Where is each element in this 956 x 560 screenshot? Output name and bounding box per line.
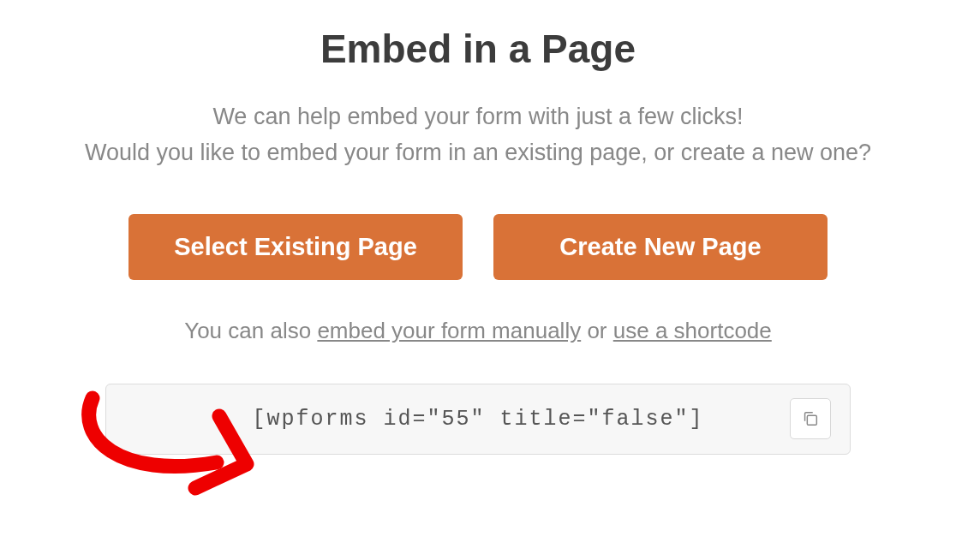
subtitle-line-1: We can help embed your form with just a … [212, 104, 743, 129]
alt-middle: or [581, 318, 613, 343]
use-shortcode-link[interactable]: use a shortcode [613, 318, 772, 343]
modal-title: Embed in a Page [320, 26, 636, 72]
shortcode-box: [wpforms id="55" title="false"] [105, 384, 851, 455]
shortcode-text: [wpforms id="55" title="false"] [252, 407, 703, 432]
subtitle-line-2: Would you like to embed your form in an … [85, 140, 871, 165]
copy-shortcode-button[interactable] [790, 398, 831, 439]
button-row: Select Existing Page Create New Page [128, 214, 828, 280]
alt-prefix: You can also [184, 318, 317, 343]
embed-manually-link[interactable]: embed your form manually [317, 318, 581, 343]
create-new-page-button[interactable]: Create New Page [493, 214, 828, 280]
alternative-options-text: You can also embed your form manually or… [184, 318, 772, 344]
select-existing-page-button[interactable]: Select Existing Page [128, 214, 463, 280]
modal-subtitle: We can help embed your form with just a … [85, 99, 871, 171]
svg-rect-0 [807, 416, 816, 426]
copy-icon [801, 409, 820, 428]
